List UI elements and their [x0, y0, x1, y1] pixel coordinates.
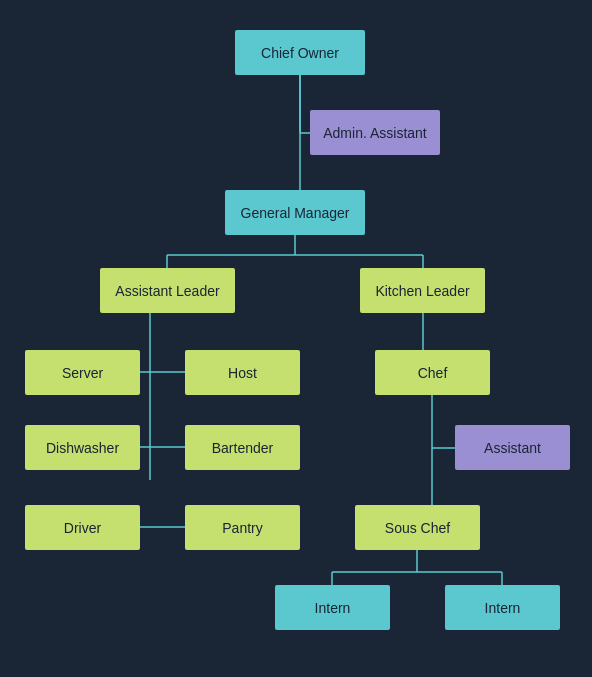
general-manager-node: General Manager [225, 190, 365, 235]
bartender-node: Bartender [185, 425, 300, 470]
dishwasher-node: Dishwasher [25, 425, 140, 470]
sous-chef-node: Sous Chef [355, 505, 480, 550]
intern1-node: Intern [275, 585, 390, 630]
assistant-leader-node: Assistant Leader [100, 268, 235, 313]
driver-node: Driver [25, 505, 140, 550]
admin-assistant-node: Admin. Assistant [310, 110, 440, 155]
chief-owner-node: Chief Owner [235, 30, 365, 75]
server-node: Server [25, 350, 140, 395]
intern2-node: Intern [445, 585, 560, 630]
kitchen-leader-node: Kitchen Leader [360, 268, 485, 313]
chef-node: Chef [375, 350, 490, 395]
org-chart-connectors [0, 0, 592, 677]
host-node: Host [185, 350, 300, 395]
assistant-node: Assistant [455, 425, 570, 470]
pantry-node: Pantry [185, 505, 300, 550]
